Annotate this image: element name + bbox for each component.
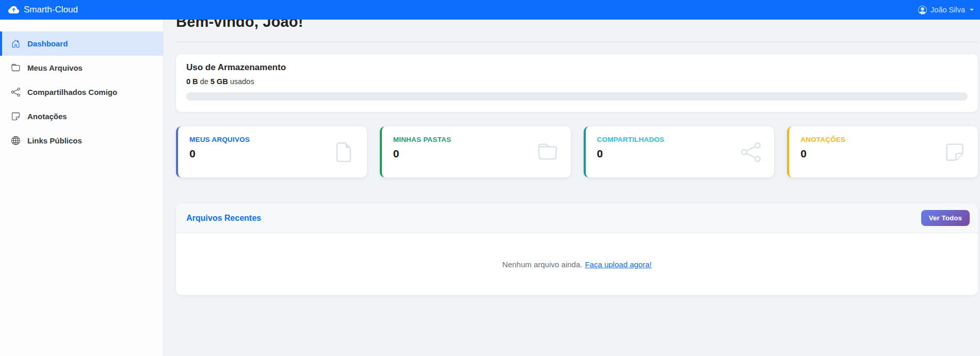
view-all-button[interactable]: Ver Todos <box>921 210 970 226</box>
stat-value: 0 <box>189 148 356 160</box>
stat-card-anotacoes: ANOTAÇÕES 0 <box>787 126 978 177</box>
recent-files-card: Arquivos Recentes Ver Todos Nenhum arqui… <box>176 203 978 295</box>
stat-value: 0 <box>393 148 559 160</box>
stat-label: MINHAS PASTAS <box>393 136 559 143</box>
main-content: Bem-vindo, João! Uso de Armazenamento 0 … <box>164 0 980 295</box>
top-navbar: Smarth-Cloud João Silva <box>0 0 980 20</box>
divider <box>176 42 978 42</box>
sidebar-item-anotacoes[interactable]: Anotações <box>0 104 163 128</box>
brand-name: Smarth-Cloud <box>24 5 78 15</box>
sidebar-item-dashboard[interactable]: Dashboard <box>0 31 163 56</box>
sidebar-item-label: Dashboard <box>27 39 68 48</box>
recent-files-title: Arquivos Recentes <box>186 214 261 223</box>
stat-card-meus-arquivos: MEUS ARQUIVOS 0 <box>176 126 367 177</box>
sidebar: Dashboard Meus Arquivos Compartilhados C… <box>0 20 164 356</box>
recent-files-header: Arquivos Recentes Ver Todos <box>176 203 978 233</box>
chevron-down-icon <box>970 9 974 11</box>
stat-value: 0 <box>597 148 763 160</box>
share-icon <box>11 88 20 96</box>
stats-row: MEUS ARQUIVOS 0 MINHAS PASTAS 0 COMPARTI… <box>176 126 978 177</box>
cloud-upload-icon <box>8 5 19 15</box>
share-icon <box>741 142 761 162</box>
recent-files-empty-state: Nenhum arquivo ainda. Faça upload agora! <box>176 233 978 295</box>
stat-label: COMPARTILHADOS <box>597 136 763 143</box>
storage-usage-text: 0 B de 5 GB usados <box>186 77 968 86</box>
sidebar-item-label: Anotações <box>27 112 67 121</box>
user-dropdown[interactable]: João Silva <box>918 6 975 14</box>
sidebar-item-label: Links Públicos <box>27 136 82 145</box>
stat-card-compartilhados: COMPARTILHADOS 0 <box>584 126 775 177</box>
user-name: João Silva <box>930 6 965 14</box>
sidebar-item-meus-arquivos[interactable]: Meus Arquivos <box>0 56 163 80</box>
house-icon <box>11 39 20 48</box>
sticky-note-icon <box>11 112 20 121</box>
sticky-note-icon <box>945 142 965 162</box>
sidebar-item-label: Meus Arquivos <box>27 63 83 72</box>
upload-now-link[interactable]: Faça upload agora! <box>585 260 651 269</box>
storage-card-title: Uso de Armazenamento <box>186 62 968 73</box>
folder-icon <box>11 63 20 72</box>
empty-state-text: Nenhum arquivo ainda. <box>502 260 582 269</box>
storage-progress-bar <box>186 92 968 101</box>
brand-logo[interactable]: Smarth-Cloud <box>8 5 78 15</box>
sidebar-item-label: Compartilhados Comigo <box>27 88 117 96</box>
storage-used-value: 0 B <box>186 77 198 86</box>
stat-label: MEUS ARQUIVOS <box>189 136 356 143</box>
person-circle-icon <box>918 6 927 14</box>
stat-label: ANOTAÇÕES <box>800 136 967 143</box>
sidebar-item-links-publicos[interactable]: Links Públicos <box>0 128 163 153</box>
sidebar-item-compartilhados[interactable]: Compartilhados Comigo <box>0 80 163 104</box>
storage-total-value: 5 GB <box>211 77 228 86</box>
folder-icon <box>538 142 557 162</box>
globe-icon <box>11 136 20 145</box>
stat-card-minhas-pastas: MINHAS PASTAS 0 <box>380 126 571 177</box>
storage-usage-card: Uso de Armazenamento 0 B de 5 GB usados <box>176 54 978 112</box>
file-icon <box>334 142 354 162</box>
stat-value: 0 <box>800 148 967 160</box>
